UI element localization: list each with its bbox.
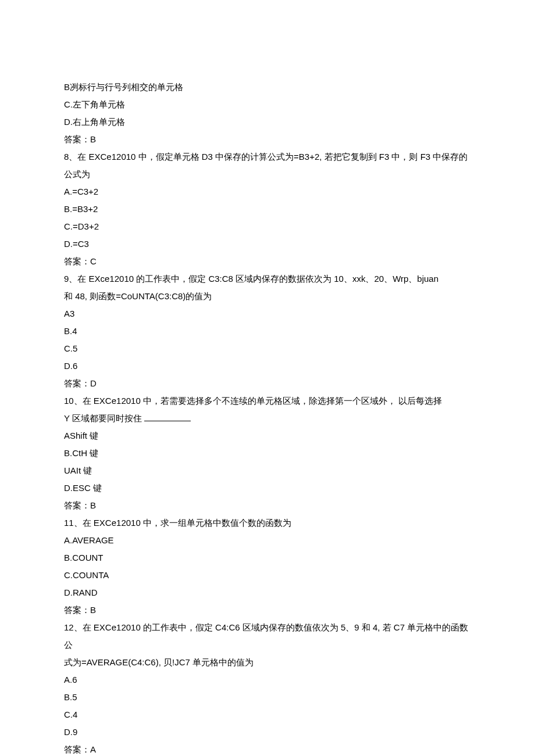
q10-option-b: B.CtH 键 bbox=[64, 445, 471, 462]
q8-option-c: C.=D3+2 bbox=[64, 218, 471, 235]
q11-option-b: B.COUNT bbox=[64, 549, 471, 567]
q7-option-d: D.右上角单元格 bbox=[64, 113, 471, 131]
q9-option-a: A3 bbox=[64, 305, 471, 323]
q8-stem: 8、在 EXCe12010 中，假定单元格 D3 中保存的计算公式为=B3+2,… bbox=[64, 148, 471, 183]
q11-option-c: C.COUNTA bbox=[64, 567, 471, 584]
q9-option-d: D.6 bbox=[64, 357, 471, 375]
q10-stem-line2: Y 区域都要同时按住 bbox=[64, 410, 471, 427]
q7-option-c: C.左下角单元格 bbox=[64, 96, 471, 113]
q9-option-c: C.5 bbox=[64, 340, 471, 357]
q12-option-d: D.9 bbox=[64, 723, 471, 741]
q10-stem-text: Y 区域都要同时按住 bbox=[64, 413, 142, 423]
q12-stem-line2: 式为=AVERAGE(C4:C6), 贝!JC7 单元格中的值为 bbox=[64, 654, 471, 671]
q12-option-c: C.4 bbox=[64, 706, 471, 723]
q12-stem-line1: 12、在 EXCe12010 的工作表中，假定 C4:C6 区域内保存的数值依次… bbox=[64, 619, 471, 654]
q10-option-c: UAIt 键 bbox=[64, 462, 471, 479]
q8-option-d: D.=C3 bbox=[64, 235, 471, 253]
document-page: B冽标行与行号列相交的单元格 C.左下角单元格 D.右上角单元格 答案：B 8、… bbox=[0, 0, 535, 756]
q11-answer: 答案：B bbox=[64, 601, 471, 619]
q10-option-a: AShift 键 bbox=[64, 427, 471, 445]
q12-answer: 答案：A bbox=[64, 741, 471, 756]
q9-stem-line1: 9、在 EXce12010 的工作表中，假定 C3:C8 区域内保存的数据依次为… bbox=[64, 270, 471, 288]
q10-answer: 答案：B bbox=[64, 497, 471, 514]
q10-stem-line1: 10、在 EXCe12010 中，若需要选择多个不连续的单元格区域，除选择第一个… bbox=[64, 392, 471, 410]
q10-option-d: D.ESC 键 bbox=[64, 479, 471, 497]
fill-blank bbox=[144, 421, 191, 421]
q9-option-b: B.4 bbox=[64, 323, 471, 340]
q11-option-a: A.AVERAGE bbox=[64, 532, 471, 549]
q12-option-a: A.6 bbox=[64, 671, 471, 689]
q7-answer: 答案：B bbox=[64, 131, 471, 148]
q12-option-b: B.5 bbox=[64, 689, 471, 706]
q7-option-b: B冽标行与行号列相交的单元格 bbox=[64, 78, 471, 96]
q9-stem-line2: 和 48, 则函数=CoUNTA(C3:C8)的值为 bbox=[64, 288, 471, 305]
q11-stem: 11、在 EXCe12010 中，求一组单元格中数值个数的函数为 bbox=[64, 514, 471, 532]
q8-option-a: A.=C3+2 bbox=[64, 183, 471, 200]
q8-answer: 答案：C bbox=[64, 253, 471, 270]
q11-option-d: D.RAND bbox=[64, 584, 471, 601]
q8-option-b: B.=B3+2 bbox=[64, 200, 471, 218]
q9-answer: 答案：D bbox=[64, 375, 471, 392]
